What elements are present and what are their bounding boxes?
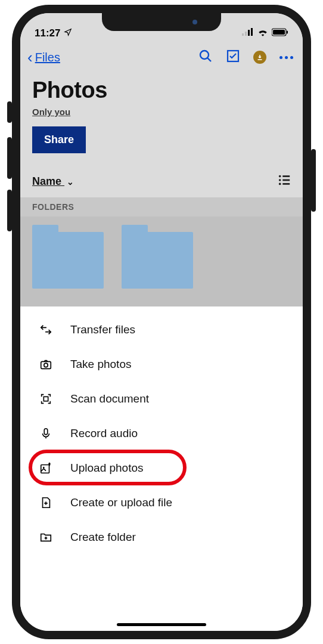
share-button[interactable]: Share (32, 126, 86, 153)
sheet-item-label: Record audio (70, 427, 138, 440)
cellular-icon (242, 27, 254, 39)
sheet-item-label: Scan document (70, 392, 149, 405)
folder-item[interactable] (122, 232, 193, 289)
svg-point-10 (279, 175, 281, 178)
sort-button[interactable]: Name ⌄ (32, 175, 74, 188)
svg-rect-5 (273, 30, 285, 35)
wifi-icon (257, 27, 268, 39)
sheet-item-createfolder[interactable]: Create folder (20, 520, 303, 555)
svg-rect-6 (287, 31, 288, 34)
chevron-down-icon: ⌄ (67, 177, 74, 187)
folder-grid (20, 216, 303, 306)
svg-rect-3 (251, 28, 253, 36)
take-icon (38, 358, 54, 371)
svg-point-14 (279, 183, 281, 185)
location-icon (64, 27, 72, 39)
sort-label: Name (32, 175, 61, 187)
sheet-item-label: Take photos (70, 358, 131, 371)
back-button[interactable]: ‹ Files (27, 49, 60, 65)
home-indicator[interactable] (117, 623, 206, 626)
svg-point-7 (200, 51, 209, 59)
notch (102, 13, 221, 31)
action-sheet: Transfer filesTake photosScan documentRe… (20, 306, 303, 631)
sheet-item-upload[interactable]: Upload photos (20, 451, 303, 485)
svg-rect-2 (248, 30, 250, 36)
section-header-folders: FOLDERS (20, 197, 303, 216)
svg-rect-0 (242, 33, 244, 36)
svg-line-8 (207, 58, 211, 61)
sheet-item-transfer[interactable]: Transfer files (20, 312, 303, 347)
status-time: 11:27 (35, 27, 60, 39)
sheet-item-take[interactable]: Take photos (20, 347, 303, 382)
svg-rect-11 (282, 175, 290, 177)
chevron-left-icon: ‹ (27, 49, 33, 65)
record-icon (38, 427, 54, 440)
svg-rect-19 (44, 429, 48, 435)
sheet-item-label: Transfer files (70, 323, 135, 336)
phone-frame: 11:27 ‹ Fil (12, 5, 311, 639)
visibility-label[interactable]: Only you (32, 107, 291, 117)
battery-icon (272, 27, 288, 39)
svg-point-12 (279, 179, 281, 181)
sheet-item-record[interactable]: Record audio (20, 416, 303, 451)
sheet-item-createfile[interactable]: Create or upload file (20, 485, 303, 520)
createfile-icon (38, 496, 54, 509)
back-label: Files (35, 51, 60, 64)
svg-rect-1 (245, 32, 247, 36)
search-icon[interactable] (198, 49, 213, 66)
sheet-item-label: Upload photos (70, 462, 144, 475)
transfer-icon (38, 323, 54, 336)
list-view-icon[interactable] (278, 174, 291, 189)
sheet-item-scan[interactable]: Scan document (20, 382, 303, 416)
svg-rect-20 (41, 465, 49, 473)
folder-item[interactable] (32, 232, 104, 289)
sheet-item-label: Create folder (70, 531, 136, 544)
createfolder-icon (38, 531, 54, 544)
scan-icon (38, 392, 54, 405)
more-icon[interactable] (279, 56, 293, 59)
nav-bar: ‹ Files (20, 41, 303, 72)
select-icon[interactable] (226, 49, 240, 66)
upload-icon (38, 462, 54, 475)
svg-point-17 (44, 363, 48, 367)
svg-rect-13 (282, 179, 290, 181)
svg-rect-15 (282, 183, 290, 185)
svg-rect-16 (41, 361, 51, 369)
sheet-item-label: Create or upload file (70, 496, 172, 509)
download-badge-icon[interactable] (253, 51, 266, 64)
svg-rect-18 (44, 397, 48, 401)
page-title: Photos (32, 78, 291, 103)
